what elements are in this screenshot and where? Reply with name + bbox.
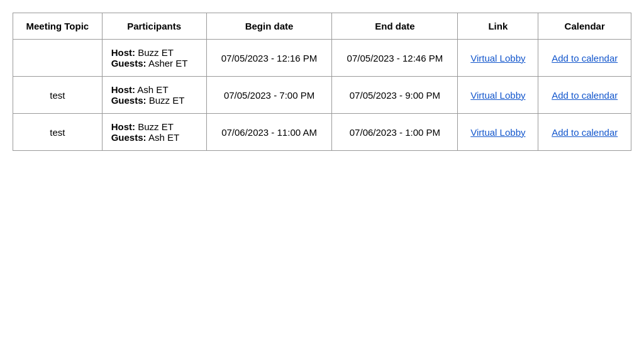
participants-text: Host: Buzz ETGuests: Ash ET bbox=[111, 121, 179, 143]
header-topic: Meeting Topic bbox=[13, 13, 103, 40]
cell-topic bbox=[13, 40, 103, 77]
meetings-table: Meeting Topic Participants Begin date En… bbox=[13, 13, 631, 151]
cell-topic: test bbox=[13, 77, 103, 114]
guests-label: Guests: bbox=[111, 132, 147, 143]
virtual-lobby-link[interactable]: Virtual Lobby bbox=[470, 127, 525, 138]
cell-calendar: Add to calendar bbox=[538, 77, 631, 114]
virtual-lobby-link[interactable]: Virtual Lobby bbox=[470, 53, 525, 63]
table-row: testHost: Buzz ETGuests: Ash ET07/06/202… bbox=[13, 114, 631, 151]
add-to-calendar-link[interactable]: Add to calendar bbox=[552, 53, 618, 63]
cell-link: Virtual Lobby bbox=[458, 114, 538, 151]
header-link: Link bbox=[458, 13, 538, 40]
cell-begin-date: 07/06/2023 - 11:00 AM bbox=[206, 114, 332, 151]
table-header-row: Meeting Topic Participants Begin date En… bbox=[13, 13, 631, 40]
cell-link: Virtual Lobby bbox=[458, 77, 538, 114]
cell-calendar: Add to calendar bbox=[538, 114, 631, 151]
cell-participants: Host: Buzz ETGuests: Asher ET bbox=[102, 40, 206, 77]
header-participants: Participants bbox=[102, 13, 206, 40]
host-label: Host: bbox=[111, 121, 135, 132]
add-to-calendar-link[interactable]: Add to calendar bbox=[552, 127, 618, 138]
virtual-lobby-link[interactable]: Virtual Lobby bbox=[470, 90, 525, 101]
cell-link: Virtual Lobby bbox=[458, 40, 538, 77]
cell-topic: test bbox=[13, 114, 103, 151]
participants-text: Host: Buzz ETGuests: Asher ET bbox=[111, 47, 188, 69]
cell-begin-date: 07/05/2023 - 12:16 PM bbox=[206, 40, 332, 77]
cell-end-date: 07/05/2023 - 9:00 PM bbox=[332, 77, 458, 114]
meetings-table-container: Meeting Topic Participants Begin date En… bbox=[13, 13, 631, 151]
host-label: Host: bbox=[111, 47, 135, 58]
add-to-calendar-link[interactable]: Add to calendar bbox=[552, 90, 618, 101]
guests-label: Guests: bbox=[111, 95, 147, 106]
cell-end-date: 07/06/2023 - 1:00 PM bbox=[332, 114, 458, 151]
header-calendar: Calendar bbox=[538, 13, 631, 40]
table-row: testHost: Ash ETGuests: Buzz ET07/05/202… bbox=[13, 77, 631, 114]
guests-label: Guests: bbox=[111, 58, 147, 69]
table-row: Host: Buzz ETGuests: Asher ET07/05/2023 … bbox=[13, 40, 631, 77]
header-end-date: End date bbox=[332, 13, 458, 40]
cell-end-date: 07/05/2023 - 12:46 PM bbox=[332, 40, 458, 77]
header-begin-date: Begin date bbox=[206, 13, 332, 40]
cell-participants: Host: Ash ETGuests: Buzz ET bbox=[102, 77, 206, 114]
cell-calendar: Add to calendar bbox=[538, 40, 631, 77]
participants-text: Host: Ash ETGuests: Buzz ET bbox=[111, 84, 185, 106]
cell-participants: Host: Buzz ETGuests: Ash ET bbox=[102, 114, 206, 151]
cell-begin-date: 07/05/2023 - 7:00 PM bbox=[206, 77, 332, 114]
host-label: Host: bbox=[111, 84, 135, 95]
